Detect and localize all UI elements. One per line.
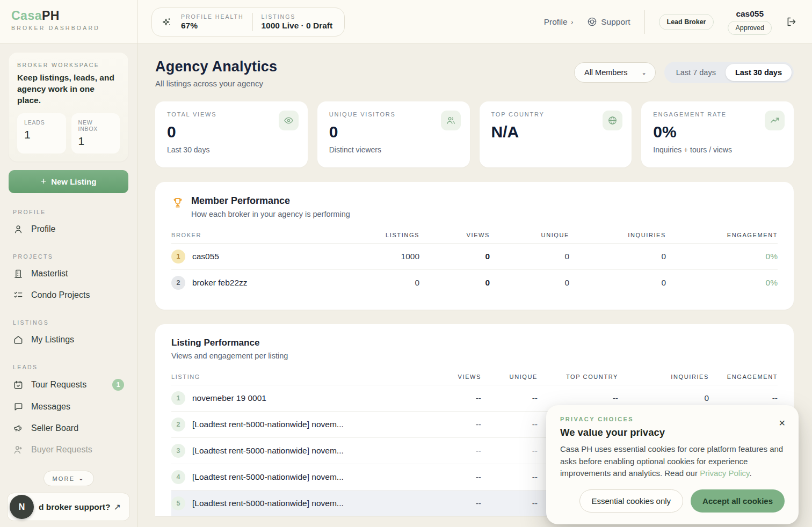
sidebar-item-label: Profile [31,224,55,234]
cell-unique: 0 [490,278,569,288]
inbox-stat-label: NEW INBOX [78,119,113,132]
sidebar-item-label: Messages [31,402,70,412]
more-label: MORE [52,475,75,482]
lead-broker-badge: Lead Broker [659,14,714,30]
username: cas055 [736,9,764,19]
column-views: VIEWS [427,374,481,380]
page-heading-block: Agency Analytics All listings across you… [155,58,277,88]
workspace-stat-leads[interactable]: LEADS 1 [17,113,66,153]
member-performance-titles: Member Performance How each broker in yo… [191,195,350,218]
listings-stat-label: LISTINGS [262,13,333,20]
brand-name-primary: Casa [11,9,42,23]
stat-caption: Last 30 days [167,145,297,154]
sidebar-item-label: Condo Projects [31,290,90,300]
sidebar-item-my-listings[interactable]: My Listings [8,329,129,350]
broker-name: cas055 [192,252,219,261]
column-inquiries: INQUIRIES [569,232,666,238]
leads-stat-value: 1 [24,128,59,141]
profile-nav-link[interactable]: Profile › [544,17,574,27]
accept-all-cookies-button[interactable]: Accept all cookies [691,489,785,513]
column-inquiries: INQUIRIES [618,374,709,380]
sidebar-item-messages[interactable]: Messages [8,396,129,418]
profile-health-label: PROFILE HEALTH [181,13,244,20]
broker-name: broker feb22zz [192,278,248,288]
tab-last-30-days[interactable]: Last 30 days [726,64,792,81]
member-performance-title: Member Performance [191,195,350,207]
members-filter-select[interactable]: All Members ⌄ [574,62,656,83]
inbox-stat-value: 1 [78,135,113,148]
sidebar-item-label: Buyer Requests [31,445,92,455]
section-label-profile: PROFILE [13,209,124,215]
profile-health-pill[interactable]: PROFILE HEALTH 67% LISTINGS 1000 Live · … [151,8,345,36]
workspace-label: BROKER WORKSPACE [17,62,120,68]
cell-views: 0 [419,252,490,261]
brand-logo[interactable]: CasaPH BROKER DASHBOARD [0,0,137,43]
rank-badge: 5 [171,496,185,510]
cell-views: -- [427,499,481,508]
listing-performance-title: Listing Performance [171,338,778,348]
cell-inquiries: 0 [618,393,709,403]
privacy-policy-link[interactable]: Privacy Policy [700,469,749,478]
logout-icon[interactable] [786,16,797,27]
brand-tagline: BROKER DASHBOARD [11,25,137,31]
sidebar-item-tour-requests[interactable]: Tour Requests 1 [8,374,129,396]
sidebar-item-condo-projects[interactable]: Condo Projects [8,284,129,306]
home-icon [13,334,24,345]
sidebar-nav: PROFILE Profile PROJECTS Masterlist [0,193,137,460]
members-filter-value: All Members [584,68,628,77]
sidebar-item-profile[interactable]: Profile [8,218,129,240]
top-country-card: TOP COUNTRY N/A [480,101,632,167]
cell-unique: -- [481,472,538,482]
close-icon[interactable]: ✕ [779,418,786,428]
section-label-leads: LEADS [13,364,124,370]
column-listings: LISTINGS [344,232,419,238]
checklist-icon [13,290,24,301]
member-performance-header: Member Performance How each broker in yo… [171,195,778,218]
stat-value: 0 [167,123,297,141]
chat-icon [13,401,24,412]
cookie-banner-title: We value your privacy [560,427,785,438]
cell-unique: -- [481,499,538,508]
stat-label: TOTAL VIEWS [167,111,297,118]
column-views: VIEWS [419,232,490,238]
listing-name: [Loadtest rent-5000-nationwide] novem... [192,472,344,482]
user-identity: cas055 Approved [728,9,772,35]
sidebar-item-label: My Listings [31,335,74,345]
profile-health-value: 67% [181,21,244,31]
profile-link-label: Profile [544,17,568,27]
listing-name: [Loadtest rent-5000-nationwide] novem... [192,499,344,508]
broker-support-bar[interactable]: N d broker support? ↗ [7,493,130,521]
unique-visitors-card: UNIQUE VISITORS 0 Distinct viewers [317,101,470,167]
cell-top-country: -- [538,393,618,403]
leads-stat-label: LEADS [24,119,59,126]
divider [252,13,253,31]
listings-stat-value: 1000 Live · 0 Draft [262,21,333,31]
column-engagement: ENGAGEMENT [666,232,778,238]
sidebar-item-masterlist[interactable]: Masterlist [8,263,129,284]
sidebar-more-button[interactable]: MORE ⌄ [43,471,93,486]
workspace-stat-inbox[interactable]: NEW INBOX 1 [71,113,120,153]
column-broker: BROKER [171,232,344,238]
users-icon [441,111,461,130]
section-label-projects: PROJECTS [13,253,124,260]
table-row[interactable]: 2 broker feb22zz 0 0 0 0 0% [171,269,778,296]
support-link[interactable]: Support [587,17,630,27]
tab-last-7-days[interactable]: Last 7 days [666,64,726,81]
globe-icon [603,111,622,130]
user-plus-icon [13,444,24,455]
cell-unique: -- [481,420,538,429]
table-row[interactable]: 1 cas055 1000 0 0 0 0% [171,243,778,269]
stat-value: 0% [653,123,783,141]
section-label-listings: LISTINGS [13,319,124,326]
topbar: CasaPH BROKER DASHBOARD PROFILE HEALTH 6… [0,0,812,44]
rank-badge: 2 [171,418,185,431]
cookie-banner-body: Casa PH uses essential cookies for core … [560,443,785,480]
new-listing-button[interactable]: + New Listing [9,170,128,193]
stat-value: N/A [491,123,621,141]
essential-cookies-button[interactable]: Essential cookies only [579,489,684,513]
chevron-down-icon: ⌄ [642,69,647,76]
sidebar: BROKER WORKSPACE Keep listings, leads, a… [0,44,137,527]
stat-caption: Inquiries + tours / views [653,145,783,154]
sidebar-item-seller-board[interactable]: Seller Board [8,418,129,439]
sidebar-item-buyer-requests[interactable]: Buyer Requests [8,439,129,460]
